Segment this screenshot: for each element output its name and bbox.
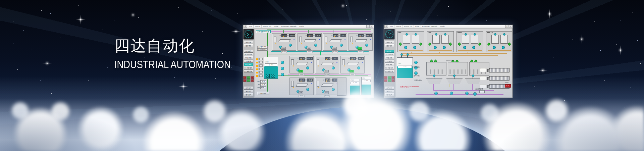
fkey-button[interactable]: F6 化学清洗	[385, 66, 394, 69]
pipe	[267, 54, 369, 54]
pump-icon	[404, 46, 407, 49]
titlebar-elapsed: 0:00 秒	[298, 25, 306, 28]
phone-notice: 有事打电话15016099836	[400, 86, 419, 88]
ft-lcd-value: 160.9	[289, 34, 295, 37]
valve-icon	[419, 43, 423, 46]
ro-unit: CT 1.2 FT 0.1 A 停机 RO006	[315, 56, 339, 73]
membrane-vessel	[296, 84, 308, 87]
analog-clock	[384, 29, 395, 40]
param-row: PH14.0	[255, 83, 266, 86]
skid-label: PAC	[398, 32, 401, 34]
valve-row	[256, 64, 263, 67]
hmi-window-right: ▤ 2:10 12/02/16 09:05:01 上午 监控机 组态画面运行 1…	[383, 24, 513, 98]
user-manage-button[interactable]: 用户管理	[244, 87, 253, 90]
fkey-button[interactable]: F2 V型滤池	[385, 53, 394, 56]
tank-level-lcd: 2.57	[351, 82, 359, 84]
process-canvas-ro: 反渗透系统流程图 反渗透产水母管 反渗透浓水母管 CT 1.2 FT 160.9…	[255, 29, 373, 97]
menu-icon[interactable]: ▤	[384, 25, 388, 28]
valve-icon	[428, 43, 432, 46]
exit-system-button[interactable]: 退出系统	[244, 93, 253, 96]
unit-status-badge: 空闲	[324, 91, 329, 94]
chemical-tank	[462, 35, 469, 44]
alarm-view-button[interactable]: 报警查看	[385, 41, 394, 44]
storage-tank: LT303 4.391	[264, 57, 278, 79]
alarm-mute-button[interactable]: 报警消音	[385, 44, 394, 47]
hmi-titlebar: ▤ 2:10 12/02/16 09:05:01 上午 监控机 组态画面运行 1…	[384, 25, 513, 28]
ro-unit-row: CT 26.0 FT 0.1 A 空闲 RO401 CT 57.6 FT 80.…	[289, 78, 339, 95]
valve-dot	[318, 87, 319, 88]
ct-lcd-value: 26.0	[299, 79, 305, 82]
pipe	[433, 84, 434, 90]
ro-unit: CT 30.1 FT 133.3 A 产水 RO005	[289, 56, 314, 73]
user-manage-button[interactable]: 用户管理	[385, 87, 394, 90]
tank-level-fill	[362, 85, 371, 95]
titlebar-clock: 09:05:01 上午	[262, 25, 273, 28]
fkey-button[interactable]: F5 反渗透	[385, 63, 394, 66]
valve-dot	[334, 36, 335, 37]
exit-system-button[interactable]: 退出系统	[385, 93, 394, 96]
titlebar-clock: 09:05:01 上午	[402, 25, 414, 28]
pipe	[416, 94, 503, 95]
canvas-title-tag: 反渗透系统流程图	[256, 30, 271, 33]
analog-marker: A	[336, 61, 337, 63]
rapid-mix-label: 快速混合	[414, 66, 420, 68]
hmi-titlebar: ▤ 2:10 12/02/16 09:05:01 上午 监控机 组态画面运行 1…	[243, 25, 374, 28]
ro-unit: CT 38.2 FT 0.1 A 停机 RO002	[298, 33, 322, 51]
menu-icon[interactable]: ▤	[244, 25, 247, 28]
pump-icon	[365, 44, 368, 47]
tank-label: LT601	[398, 63, 401, 64]
nav-back-icon[interactable]: ◄	[505, 25, 508, 28]
pump-icon	[493, 46, 496, 49]
membrane-vessel	[321, 62, 333, 65]
ro-unit: CT 26.0 FT 0.1 A 空闲 RO401	[289, 78, 314, 95]
nav-back-icon[interactable]: ◄	[366, 25, 370, 28]
ct-prefix: CT	[298, 80, 299, 81]
unit-status-badge: 停机	[281, 47, 286, 50]
ro-unit: CT 26.0 FT 46.4 A 产水 RO007	[340, 56, 365, 73]
titlebar-time: 2:10	[248, 25, 254, 28]
valve-icon	[487, 43, 491, 46]
status-cell: 5#运行	[388, 79, 391, 82]
fkey-button[interactable]: F7 隔膜过滤	[385, 70, 394, 73]
test-button[interactable]: KRS测试	[257, 92, 269, 95]
valve-row	[256, 61, 263, 63]
unit-status-badge: 产水	[350, 70, 354, 72]
user-button-group: 用户管理 用户退出 退出系统	[385, 87, 394, 98]
fkey-menu: F1 预处理F2 V型滤池F3 多介质F4 超滤F5 反渗透F6 化学清洗F7 …	[385, 50, 394, 73]
legend-button[interactable]	[480, 68, 486, 72]
ft-lcd-value: 0.1	[332, 57, 338, 60]
fkey-button[interactable]: F4 超滤	[385, 60, 394, 63]
ft-prefix: FT	[313, 35, 315, 37]
lt2-label: LT602	[479, 88, 483, 90]
fkey-button[interactable]: F3 多介质	[385, 56, 394, 59]
cip-tank	[337, 78, 346, 96]
valve-icon	[508, 43, 511, 46]
valve-dot	[275, 43, 276, 44]
legend-button[interactable]	[480, 76, 486, 80]
titlebar-time: 2:10	[389, 25, 394, 28]
pipe	[433, 90, 494, 91]
param-label: ORP	[255, 87, 260, 89]
nav-forward-icon[interactable]: ►	[509, 25, 512, 28]
pump-icon	[414, 71, 418, 75]
user-logout-button[interactable]: 用户退出	[385, 90, 394, 93]
storage-tank: LT601 2.3	[397, 57, 413, 78]
ft-prefix: FT	[287, 35, 289, 37]
titlebar-station: 监控机	[273, 25, 280, 28]
nav-forward-icon[interactable]: ►	[370, 25, 373, 28]
hmi-sidebar: 报警查看 报警消音 F1 预处理F2 V型滤池F3 多介质F4 超滤F5 反渗透…	[384, 28, 395, 98]
header-tag: 反渗透产水母管	[257, 46, 268, 48]
user-logout-button[interactable]: 用户退出	[244, 90, 253, 93]
legend-button[interactable]	[480, 84, 486, 88]
valve-row	[256, 74, 263, 77]
tank-level-lcd: 2.3	[398, 65, 412, 68]
pump-icon	[306, 88, 309, 91]
unit-lcd-group: CT 29.2 FT 105.6	[356, 34, 372, 37]
ct-prefix: CT	[331, 35, 332, 37]
analog-marker: A	[311, 83, 312, 85]
param-row: CND0.0	[255, 80, 266, 83]
membrane-vessel	[346, 62, 359, 65]
fkey-button[interactable]: F1 预处理	[385, 50, 394, 53]
unit-lcd-group: CT 26.0 FT 0.1	[298, 79, 313, 82]
membrane-vessel	[304, 39, 316, 42]
